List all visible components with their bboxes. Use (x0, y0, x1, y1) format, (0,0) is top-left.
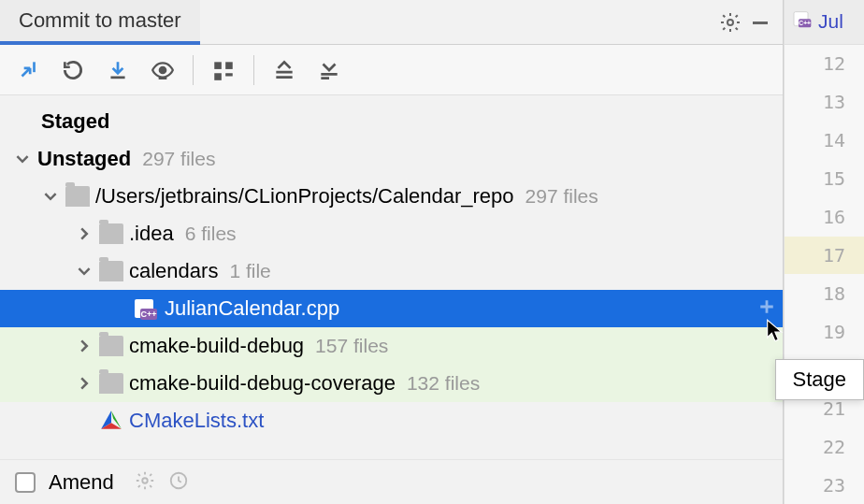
cmakelists-label: CMakeLists.txt (129, 409, 264, 433)
line-number[interactable]: 16 (785, 198, 864, 237)
svg-rect-6 (214, 73, 222, 80)
commit-tab-label: Commit to master (19, 8, 181, 33)
svg-text:C++: C++ (799, 20, 811, 26)
toolbar-separator (253, 55, 254, 85)
svg-text:C++: C++ (140, 310, 156, 319)
cpp-file-icon: C++ (792, 10, 814, 33)
chevron-down-icon[interactable] (75, 262, 94, 281)
line-number[interactable]: 13 (785, 83, 864, 122)
folder-icon (99, 261, 123, 281)
cpp-file-icon: C++ (133, 297, 159, 320)
history-icon[interactable] (168, 470, 189, 495)
svg-rect-4 (214, 62, 222, 69)
expand-all-icon[interactable] (266, 51, 303, 89)
line-number[interactable]: 14 (785, 122, 864, 160)
line-number[interactable]: 19 (785, 312, 864, 351)
tab-bar: Commit to master (0, 0, 783, 45)
svg-rect-2 (110, 76, 124, 79)
idea-folder-row[interactable]: .idea 6 files (0, 215, 783, 252)
chevron-right-icon[interactable] (75, 224, 94, 243)
line-number[interactable]: 12 (785, 45, 864, 83)
root-folder-row[interactable]: /Users/jetbrains/CLionProjects/Calendar_… (0, 178, 783, 215)
group-by-icon[interactable] (205, 51, 242, 89)
amend-label: Amend (49, 470, 114, 495)
cmake-debug-count: 157 files (315, 335, 388, 357)
julian-file-label: JulianCalendar.cpp (165, 296, 339, 321)
calendars-label: calendars (129, 259, 218, 283)
gear-icon[interactable] (715, 7, 745, 37)
changes-tree[interactable]: Staged Unstaged 297 files /Users/jetbrai… (0, 95, 783, 459)
preview-icon[interactable] (144, 51, 181, 89)
calendars-count: 1 file (229, 260, 270, 282)
svg-rect-7 (225, 73, 233, 76)
unstaged-count: 297 files (142, 148, 215, 170)
calendars-folder-row[interactable]: calendars 1 file (0, 252, 783, 290)
idea-count: 6 files (185, 223, 237, 245)
download-icon[interactable] (99, 51, 137, 89)
line-number[interactable]: 17 (785, 237, 864, 275)
staged-group[interactable]: Staged (0, 103, 783, 140)
chevron-down-icon[interactable] (13, 150, 32, 168)
folder-icon (99, 373, 123, 394)
chevron-down-icon[interactable] (41, 187, 60, 206)
root-path-label: /Users/jetbrains/CLionProjects/Calendar_… (95, 184, 514, 209)
line-number[interactable]: 23 (785, 466, 864, 504)
minimize-icon[interactable] (745, 7, 775, 37)
cmake-coverage-count: 132 files (407, 372, 480, 395)
chevron-right-icon[interactable] (75, 337, 94, 355)
folder-icon (99, 223, 123, 244)
folder-icon (65, 186, 90, 207)
toolbar-separator (193, 55, 194, 85)
svg-point-3 (160, 66, 166, 73)
unstaged-label: Unstaged (37, 147, 131, 171)
svg-point-11 (142, 478, 148, 483)
editor-tab-label: Jul (818, 10, 843, 33)
cmake-coverage-label: cmake-build-debug-coverage (129, 371, 396, 396)
commit-toolbar (0, 45, 783, 95)
editor-tab[interactable]: C++ Jul (785, 0, 864, 45)
cmake-debug-label: cmake-build-debug (129, 334, 304, 358)
commit-options-gear-icon[interactable] (135, 470, 155, 495)
root-count: 297 files (526, 185, 598, 208)
collapse-all-icon[interactable] (310, 51, 348, 89)
cmake-file-icon (99, 410, 123, 432)
svg-point-0 (727, 20, 733, 25)
unstaged-group[interactable]: Unstaged 297 files (0, 140, 783, 178)
cmake-coverage-row[interactable]: cmake-build-debug-coverage 132 files (0, 365, 783, 402)
julian-file-row[interactable]: C++ JulianCalendar.cpp (0, 290, 783, 327)
rollback-icon[interactable] (54, 51, 92, 89)
folder-icon (99, 336, 123, 356)
line-number[interactable]: 15 (785, 160, 864, 198)
line-number[interactable]: 22 (785, 427, 864, 466)
commit-tab[interactable]: Commit to master (0, 0, 200, 45)
editor-gutter: C++ Jul 12 13 14 15 16 17 18 19 20 21 22… (784, 0, 864, 504)
refresh-changes-icon[interactable] (9, 51, 47, 89)
cmake-debug-row[interactable]: cmake-build-debug 157 files (0, 327, 783, 365)
stage-plus-icon[interactable] (758, 296, 775, 321)
svg-rect-5 (225, 62, 233, 69)
chevron-right-icon[interactable] (75, 374, 94, 393)
line-number[interactable]: 18 (785, 274, 864, 312)
commit-bottom-bar: Amend (0, 459, 783, 504)
cmakelists-row[interactable]: CMakeLists.txt (0, 402, 783, 439)
svg-rect-1 (753, 22, 768, 24)
idea-label: .idea (129, 222, 174, 246)
tooltip-text: Stage (793, 367, 847, 391)
amend-checkbox[interactable] (15, 472, 36, 493)
stage-tooltip: Stage (775, 359, 865, 400)
staged-label: Staged (41, 109, 109, 134)
